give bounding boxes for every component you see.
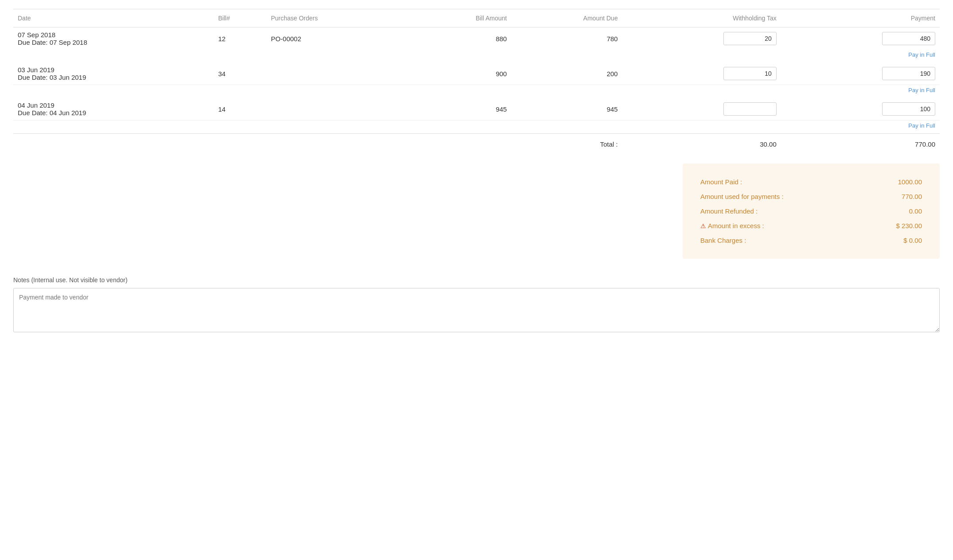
amount-refunded-row: Amount Refunded : 0.00 bbox=[700, 204, 922, 218]
date-cell: 04 Jun 2019 Due Date: 04 Jun 2019 bbox=[13, 98, 214, 121]
bill-date: 04 Jun 2019 bbox=[18, 101, 209, 109]
purchase-order bbox=[266, 98, 409, 121]
amount-used-value: 770.00 bbox=[902, 193, 922, 200]
withholding-tax-cell bbox=[622, 62, 781, 85]
bank-charges-value: $ 0.00 bbox=[903, 237, 922, 244]
col-header-po: Purchase Orders bbox=[266, 9, 409, 27]
col-header-withholding-tax: Withholding Tax bbox=[622, 9, 781, 27]
col-header-bill: Bill# bbox=[214, 9, 266, 27]
col-header-amount-due: Amount Due bbox=[511, 9, 622, 27]
pay-in-full-link-2[interactable]: Pay in Full bbox=[908, 87, 935, 93]
due-date: Due Date: 07 Sep 2018 bbox=[18, 39, 209, 46]
total-withholding-tax: 30.00 bbox=[622, 134, 781, 155]
payment-input-3[interactable] bbox=[882, 102, 935, 116]
amount-paid-value: 1000.00 bbox=[898, 178, 922, 186]
table-row: 07 Sep 2018 Due Date: 07 Sep 2018 12 PO-… bbox=[13, 27, 940, 50]
withholding-tax-cell bbox=[622, 27, 781, 50]
due-date: Due Date: 03 Jun 2019 bbox=[18, 74, 209, 81]
payment-input-2[interactable] bbox=[882, 67, 935, 80]
table-row: 04 Jun 2019 Due Date: 04 Jun 2019 14 945… bbox=[13, 98, 940, 121]
notes-label: Notes (Internal use. Not visible to vend… bbox=[13, 276, 940, 284]
amount-excess-value: $ 230.00 bbox=[896, 222, 922, 229]
amount-due: 200 bbox=[511, 62, 622, 85]
bill-number: 34 bbox=[214, 62, 266, 85]
amount-used-row: Amount used for payments : 770.00 bbox=[700, 189, 922, 204]
pay-in-full-row-1: Pay in Full bbox=[13, 50, 940, 62]
col-header-bill-amount: Bill Amount bbox=[409, 9, 511, 27]
bill-date: 03 Jun 2019 bbox=[18, 66, 209, 74]
warning-icon: ⚠ bbox=[700, 222, 706, 229]
pay-in-full-row-2: Pay in Full bbox=[13, 85, 940, 98]
total-row: Total : 30.00 770.00 bbox=[13, 134, 940, 155]
notes-section: Notes (Internal use. Not visible to vend… bbox=[13, 276, 940, 334]
date-cell: 03 Jun 2019 Due Date: 03 Jun 2019 bbox=[13, 62, 214, 85]
amount-excess-row: ⚠ Amount in excess : $ 230.00 bbox=[700, 218, 922, 233]
payment-cell bbox=[781, 27, 940, 50]
amount-refunded-value: 0.00 bbox=[909, 207, 922, 215]
amount-paid-row: Amount Paid : 1000.00 bbox=[700, 175, 922, 189]
bill-amount: 945 bbox=[409, 98, 511, 121]
payment-input[interactable] bbox=[882, 32, 935, 45]
withholding-tax-input-2[interactable] bbox=[723, 67, 777, 80]
summary-box: Amount Paid : 1000.00 Amount used for pa… bbox=[683, 163, 940, 259]
col-header-payment: Payment bbox=[781, 9, 940, 27]
pay-in-full-link-3[interactable]: Pay in Full bbox=[908, 122, 935, 129]
amount-excess-label-container: ⚠ Amount in excess : bbox=[700, 222, 764, 229]
bank-charges-label: Bank Charges : bbox=[700, 237, 746, 244]
amount-refunded-label: Amount Refunded : bbox=[700, 207, 758, 215]
withholding-tax-cell bbox=[622, 98, 781, 121]
bills-table: Date Bill# Purchase Orders Bill Amount A… bbox=[13, 9, 940, 155]
amount-used-label: Amount used for payments : bbox=[700, 193, 784, 200]
table-row: 03 Jun 2019 Due Date: 03 Jun 2019 34 900… bbox=[13, 62, 940, 85]
total-label: Total : bbox=[13, 134, 622, 155]
withholding-tax-input[interactable] bbox=[723, 32, 777, 45]
withholding-tax-input-3[interactable] bbox=[723, 102, 777, 116]
purchase-order: PO-00002 bbox=[266, 27, 409, 50]
notes-textarea[interactable] bbox=[13, 288, 940, 332]
total-payment: 770.00 bbox=[781, 134, 940, 155]
bank-charges-row: Bank Charges : $ 0.00 bbox=[700, 233, 922, 248]
purchase-order bbox=[266, 62, 409, 85]
amount-paid-label: Amount Paid : bbox=[700, 178, 742, 186]
amount-excess-label: Amount in excess : bbox=[708, 222, 764, 229]
bill-date: 07 Sep 2018 bbox=[18, 31, 209, 39]
bill-number: 12 bbox=[214, 27, 266, 50]
due-date: Due Date: 04 Jun 2019 bbox=[18, 109, 209, 117]
bill-amount: 880 bbox=[409, 27, 511, 50]
payment-cell bbox=[781, 98, 940, 121]
bill-amount: 900 bbox=[409, 62, 511, 85]
amount-due: 945 bbox=[511, 98, 622, 121]
pay-in-full-link-1[interactable]: Pay in Full bbox=[908, 51, 935, 58]
bill-number: 14 bbox=[214, 98, 266, 121]
amount-due: 780 bbox=[511, 27, 622, 50]
pay-in-full-row-3: Pay in Full bbox=[13, 121, 940, 134]
col-header-date: Date bbox=[13, 9, 214, 27]
payment-cell bbox=[781, 62, 940, 85]
date-cell: 07 Sep 2018 Due Date: 07 Sep 2018 bbox=[13, 27, 214, 50]
